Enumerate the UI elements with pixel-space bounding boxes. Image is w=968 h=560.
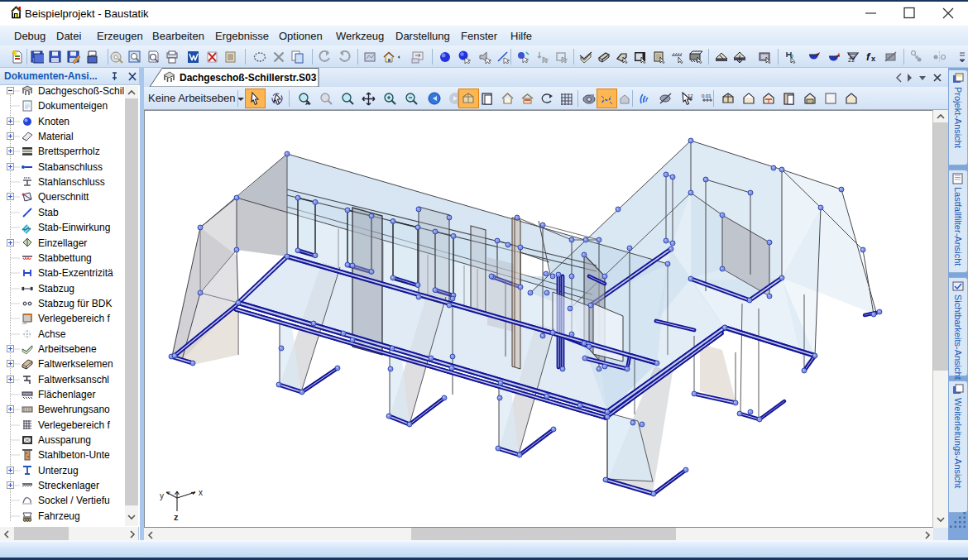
svg-text:x: x bbox=[199, 488, 203, 497]
svg-text:A: A bbox=[305, 100, 309, 106]
svg-text:0.01: 0.01 bbox=[702, 93, 712, 98]
svg-text:y: y bbox=[160, 491, 164, 500]
svg-text:cm: cm bbox=[22, 321, 27, 325]
svg-text:z: z bbox=[174, 512, 179, 522]
svg-text:x: x bbox=[871, 55, 875, 63]
svg-text:Z2: Z2 bbox=[848, 57, 855, 63]
